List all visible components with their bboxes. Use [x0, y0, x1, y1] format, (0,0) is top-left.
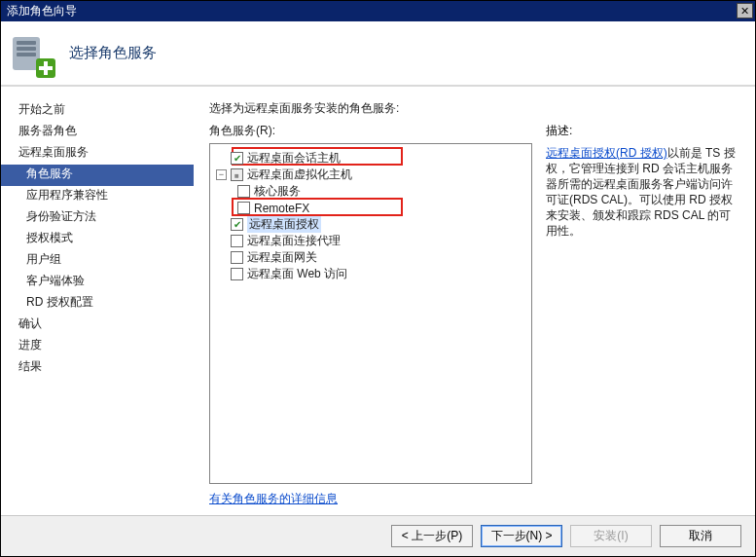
tree-item-label: 远程桌面会话主机	[247, 150, 341, 167]
nav-item-6[interactable]: 授权模式	[1, 229, 194, 250]
nav-item-4[interactable]: 应用程序兼容性	[1, 186, 194, 207]
checkbox[interactable]	[237, 185, 250, 198]
tree-item-label: 核心服务	[254, 183, 301, 200]
nav-item-2[interactable]: 远程桌面服务	[1, 143, 194, 165]
tree-row-6[interactable]: 远程桌面网关	[210, 249, 531, 266]
description-body: 远程桌面授权(RD 授权)以前是 TS 授权，它管理连接到 RD 会话主机服务器…	[546, 145, 740, 239]
checkbox[interactable]	[231, 235, 243, 247]
description-link[interactable]: 远程桌面授权(RD 授权)	[546, 146, 667, 160]
nav-sidebar: 开始之前服务器角色远程桌面服务角色服务应用程序兼容性身份验证方法授权模式用户组客…	[1, 89, 194, 515]
nav-item-1[interactable]: 服务器角色	[1, 122, 194, 143]
checkbox[interactable]	[231, 152, 243, 165]
tree-item-label: 远程桌面虚拟化主机	[247, 167, 352, 183]
tree-row-4[interactable]: 远程桌面授权	[210, 216, 531, 233]
install-button[interactable]: 安装(I)	[570, 525, 652, 547]
tree-item-label: 远程桌面授权	[247, 216, 321, 233]
role-services-tree: 远程桌面会话主机−远程桌面虚拟化主机核心服务RemoteFX远程桌面授权远程桌面…	[209, 143, 532, 484]
nav-item-9[interactable]: RD 授权配置	[1, 293, 194, 315]
description-text: 以前是 TS 授权，它管理连接到 RD 会话主机服务器所需的远程桌面服务客户端访…	[546, 146, 736, 238]
tree-row-1[interactable]: −远程桌面虚拟化主机	[210, 167, 531, 183]
checkbox[interactable]	[231, 251, 243, 264]
nav-item-0[interactable]: 开始之前	[1, 100, 194, 122]
tree-column: 角色服务(R): 远程桌面会话主机−远程桌面虚拟化主机核心服务RemoteFX远…	[209, 123, 532, 484]
panels: 角色服务(R): 远程桌面会话主机−远程桌面虚拟化主机核心服务RemoteFX远…	[209, 123, 747, 484]
tree-item-label: RemoteFX	[254, 202, 309, 215]
titlebar: 添加角色向导 ✕	[1, 1, 755, 21]
more-info-link[interactable]: 有关角色服务的详细信息	[209, 491, 338, 507]
window-title: 添加角色向导	[7, 4, 77, 18]
checkbox[interactable]	[231, 218, 243, 231]
checkbox[interactable]	[231, 168, 243, 181]
tree-row-3[interactable]: RemoteFX	[210, 200, 531, 216]
nav-item-7[interactable]: 用户组	[1, 250, 194, 272]
content-area: 选择为远程桌面服务安装的角色服务: 角色服务(R): 远程桌面会话主机−远程桌面…	[194, 89, 755, 515]
prev-button[interactable]: < 上一步(P)	[391, 525, 473, 547]
close-icon[interactable]: ✕	[737, 3, 753, 19]
tree-item-label: 远程桌面 Web 访问	[247, 266, 347, 282]
tree-item-label: 远程桌面连接代理	[247, 233, 341, 249]
prompt-text: 选择为远程桌面服务安装的角色服务:	[209, 100, 747, 117]
wizard-body: 开始之前服务器角色远程桌面服务角色服务应用程序兼容性身份验证方法授权模式用户组客…	[1, 89, 755, 515]
tree-row-0[interactable]: 远程桌面会话主机	[210, 150, 531, 167]
nav-item-3[interactable]: 角色服务	[1, 165, 194, 186]
tree-row-2[interactable]: 核心服务	[210, 183, 531, 200]
nav-item-11[interactable]: 进度	[1, 336, 194, 357]
wizard-footer: < 上一步(P) 下一步(N) > 安装(I) 取消	[1, 515, 755, 556]
description-panel: 描述: 远程桌面授权(RD 授权)以前是 TS 授权，它管理连接到 RD 会话主…	[546, 123, 740, 484]
wizard-window: 添加角色向导 ✕ 选择角色服务 开始之前服务器角色远程桌面服务角色服务应用程序兼…	[0, 0, 756, 557]
tree-row-5[interactable]: 远程桌面连接代理	[210, 233, 531, 249]
nav-item-5[interactable]: 身份验证方法	[1, 207, 194, 229]
wizard-header: 选择角色服务	[1, 21, 755, 87]
next-button[interactable]: 下一步(N) >	[481, 525, 562, 547]
tree-toggle-icon[interactable]: −	[216, 169, 227, 180]
nav-item-12[interactable]: 结果	[1, 357, 194, 379]
tree-label: 角色服务(R):	[209, 123, 532, 139]
checkbox[interactable]	[231, 268, 243, 280]
page-title: 选择角色服务	[69, 44, 157, 62]
checkbox[interactable]	[237, 202, 250, 214]
nav-item-10[interactable]: 确认	[1, 315, 194, 336]
tree-item-label: 远程桌面网关	[247, 249, 317, 266]
description-label: 描述:	[546, 123, 740, 139]
cancel-button[interactable]: 取消	[660, 525, 741, 547]
nav-item-8[interactable]: 客户端体验	[1, 272, 194, 293]
tree-row-7[interactable]: 远程桌面 Web 访问	[210, 266, 531, 282]
server-plus-icon	[11, 33, 52, 74]
